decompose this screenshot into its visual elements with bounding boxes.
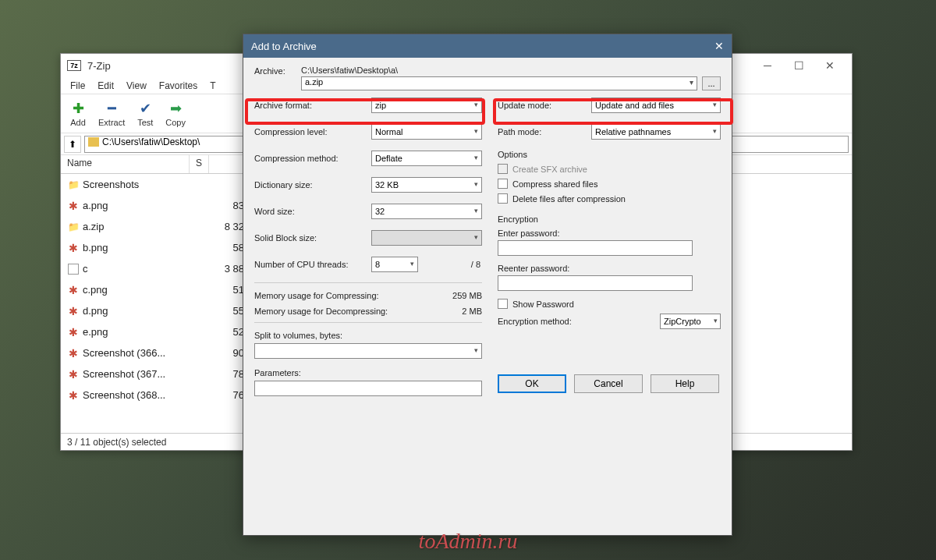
param-input[interactable] (254, 381, 482, 396)
delete-label: Delete files after compression (512, 194, 626, 204)
file-icon: ✱ (67, 389, 80, 402)
cancel-button[interactable]: Cancel (574, 374, 643, 393)
app-icon: 7z (67, 60, 81, 71)
sfx-checkbox (498, 164, 508, 174)
reenter-pwd-label: Reenter password: (498, 264, 721, 273)
update-label: Update mode: (498, 101, 591, 110)
file-name: Screenshots (83, 179, 196, 190)
archive-label: Archive: (254, 66, 301, 76)
encryption-label: Encryption (498, 214, 721, 224)
file-icon: ✱ (67, 368, 80, 381)
add-to-archive-dialog: Add to Archive ✕ Archive: C:\Users\fatiw… (243, 34, 732, 536)
file-name: b.png (83, 242, 196, 253)
show-pwd-label: Show Password (512, 299, 574, 309)
mem-comp-val: 259 MB (452, 291, 482, 300)
shared-checkbox[interactable] (498, 179, 508, 189)
file-name: Screenshot (366... (83, 347, 196, 359)
dialog-title: Add to Archive (251, 41, 317, 52)
split-label: Split to volumes, bytes: (254, 331, 482, 340)
ok-button[interactable]: OK (498, 374, 566, 393)
cpu-select[interactable]: 8 (371, 257, 418, 272)
dialog-titlebar: Add to Archive ✕ (243, 34, 732, 58)
file-name: d.png (83, 305, 196, 317)
mem-comp-label: Memory usage for Compressing: (254, 291, 379, 300)
delete-checkbox[interactable] (498, 193, 508, 204)
browse-button[interactable]: ... (702, 76, 721, 90)
dialog-close-icon[interactable]: ✕ (714, 40, 724, 52)
enc-method-select[interactable]: ZipCrypto (660, 314, 721, 329)
cpu-label: Number of CPU threads: (254, 260, 371, 269)
word-label: Word size: (254, 207, 371, 216)
word-select[interactable]: 32 (371, 204, 482, 219)
method-label: Compression method: (254, 154, 371, 163)
method-select[interactable]: Deflate (371, 151, 482, 166)
block-select (371, 230, 482, 246)
dict-label: Dictionary size: (254, 180, 371, 190)
watermark: toAdmin.ru (419, 529, 518, 554)
mem-decomp-val: 2 MB (462, 307, 482, 316)
enter-pwd-label: Enter password: (498, 229, 721, 238)
pathmode-select[interactable]: Relative pathnames (591, 124, 721, 140)
up-button[interactable]: ⬆ (64, 136, 81, 153)
enc-method-label: Encryption method: (498, 317, 572, 326)
copy-button[interactable]: ➡Copy (165, 101, 186, 127)
col-size[interactable]: S (190, 155, 209, 173)
block-label: Solid Block size: (254, 233, 371, 243)
show-pwd-checkbox[interactable] (498, 299, 508, 309)
file-icon: 📁 (67, 221, 80, 233)
enter-pwd-input[interactable] (498, 240, 693, 256)
extract-button[interactable]: ━Extract (98, 101, 125, 127)
shared-label: Compress shared files (512, 179, 597, 189)
param-label: Parameters: (254, 368, 482, 377)
menu-edit[interactable]: Edit (91, 79, 120, 93)
file-name: c (83, 263, 196, 275)
options-label: Options (498, 150, 721, 159)
format-select[interactable]: zip (371, 97, 482, 113)
dict-select[interactable]: 32 KB (371, 177, 482, 193)
file-icon: ✱ (67, 326, 80, 338)
menu-favorites[interactable]: Favorites (153, 79, 204, 93)
file-name: e.png (83, 326, 196, 338)
file-icon (67, 263, 80, 275)
file-icon: ✱ (67, 347, 80, 360)
file-icon: ✱ (67, 305, 80, 317)
file-name: c.png (83, 284, 196, 296)
level-select[interactable]: Normal (371, 124, 482, 140)
archive-path: C:\Users\fatiw\Desktop\a\ (301, 66, 721, 75)
menu-view[interactable]: View (120, 79, 153, 93)
mem-decomp-label: Memory usage for Decompressing: (254, 307, 388, 316)
close-button[interactable]: ✕ (814, 55, 846, 76)
menu-tools[interactable]: T (204, 79, 222, 93)
file-icon: ✱ (67, 284, 80, 296)
level-label: Compression level: (254, 127, 371, 136)
file-icon: 📁 (67, 179, 80, 191)
file-icon: ✱ (67, 242, 80, 254)
cpu-max: / 8 (471, 260, 482, 269)
menu-file[interactable]: File (64, 79, 91, 93)
format-label: Archive format: (254, 101, 371, 110)
file-name: a.png (83, 200, 196, 211)
add-button[interactable]: ✚Add (69, 101, 87, 127)
file-name: Screenshot (367... (83, 368, 196, 380)
archive-name-input[interactable]: a.zip (301, 76, 697, 90)
pathmode-label: Path mode: (498, 127, 591, 136)
file-name: a.zip (83, 221, 196, 232)
test-button[interactable]: ✔Test (136, 101, 154, 127)
reenter-pwd-input[interactable] (498, 275, 693, 291)
col-name[interactable]: Name (61, 155, 190, 173)
update-select[interactable]: Update and add files (591, 97, 721, 113)
file-icon: ✱ (67, 200, 80, 212)
split-input[interactable] (254, 343, 482, 359)
help-button[interactable]: Help (651, 374, 719, 393)
sfx-label: Create SFX archive (512, 165, 587, 174)
file-name: Screenshot (368... (83, 389, 196, 401)
minimize-button[interactable]: ─ (752, 55, 783, 76)
maximize-button[interactable]: ☐ (783, 55, 814, 76)
app-title: 7-Zip (87, 60, 111, 72)
